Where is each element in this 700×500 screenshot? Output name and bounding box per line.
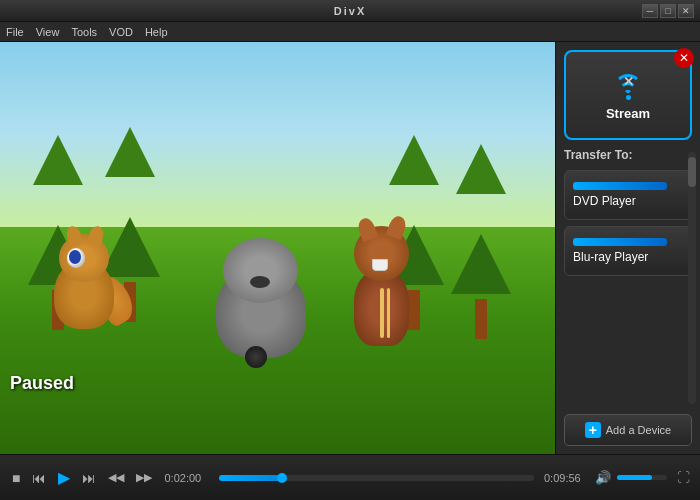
stream-button[interactable]: ✕ Stream (564, 50, 692, 140)
dvd-player-item[interactable]: DVD Player (564, 170, 692, 220)
tree-3 (451, 189, 511, 339)
dvd-player-label: DVD Player (573, 194, 683, 208)
volume-icon[interactable]: 🔊 (593, 469, 613, 486)
fullscreen-button[interactable]: ⛶ (675, 469, 692, 486)
rewind-button[interactable]: ◀◀ (104, 469, 128, 486)
progress-bar[interactable] (219, 475, 534, 481)
player-controls: ■ ⏮ ▶ ⏭ ◀◀ ▶▶ 0:02:00 0:09:56 🔊 ⛶ (0, 454, 700, 500)
device-scrollbar[interactable] (688, 152, 696, 404)
bluray-player-label: Blu-ray Player (573, 250, 683, 264)
character-left (44, 229, 124, 339)
character-right (344, 221, 419, 351)
menu-tools[interactable]: Tools (71, 26, 97, 38)
stream-x-icon: ✕ (623, 74, 634, 89)
close-panel-button[interactable]: ✕ (674, 48, 694, 68)
menu-bar: File View Tools VOD Help (0, 22, 700, 42)
window-controls: ─ □ ✕ (642, 4, 694, 18)
close-window-button[interactable]: ✕ (678, 4, 694, 18)
volume-fill (617, 475, 652, 480)
video-frame (0, 42, 555, 454)
transfer-to-label: Transfer To: (564, 146, 692, 164)
add-device-icon: + (585, 422, 601, 438)
character-middle (211, 233, 311, 363)
add-device-button[interactable]: + Add a Device (564, 414, 692, 446)
stop-button[interactable]: ■ (8, 468, 24, 488)
stream-icon: ✕ (608, 70, 648, 100)
progress-thumb[interactable] (277, 473, 287, 483)
menu-file[interactable]: File (6, 26, 24, 38)
fast-forward-button[interactable]: ▶▶ (132, 469, 156, 486)
app-title: DivX (334, 5, 366, 17)
total-time: 0:09:56 (544, 472, 589, 484)
menu-view[interactable]: View (36, 26, 60, 38)
bluray-bar (573, 238, 667, 246)
title-bar: DivX ─ □ ✕ (0, 0, 700, 22)
right-panel: ✕ ✕ Stream Transfer To: DVD Player (555, 42, 700, 454)
current-time: 0:02:00 (164, 472, 209, 484)
video-area: Paused (0, 42, 555, 454)
scroll-thumb[interactable] (688, 157, 696, 187)
progress-fill (219, 475, 282, 481)
stream-label: Stream (606, 106, 650, 121)
next-button[interactable]: ⏭ (78, 468, 100, 488)
dvd-bar (573, 182, 667, 190)
play-button[interactable]: ▶ (54, 467, 74, 489)
minimize-button[interactable]: ─ (642, 4, 658, 18)
paused-label: Paused (10, 373, 74, 394)
menu-vod[interactable]: VOD (109, 26, 133, 38)
main-content: Paused ✕ ✕ Stream Transfer To: DVD Pla (0, 42, 700, 454)
maximize-button[interactable]: □ (660, 4, 676, 18)
menu-help[interactable]: Help (145, 26, 168, 38)
bluray-player-item[interactable]: Blu-ray Player (564, 226, 692, 276)
add-device-label: Add a Device (606, 424, 671, 436)
volume-bar[interactable] (617, 475, 667, 480)
prev-button[interactable]: ⏮ (28, 468, 50, 488)
wifi-icon: ✕ (608, 70, 648, 100)
